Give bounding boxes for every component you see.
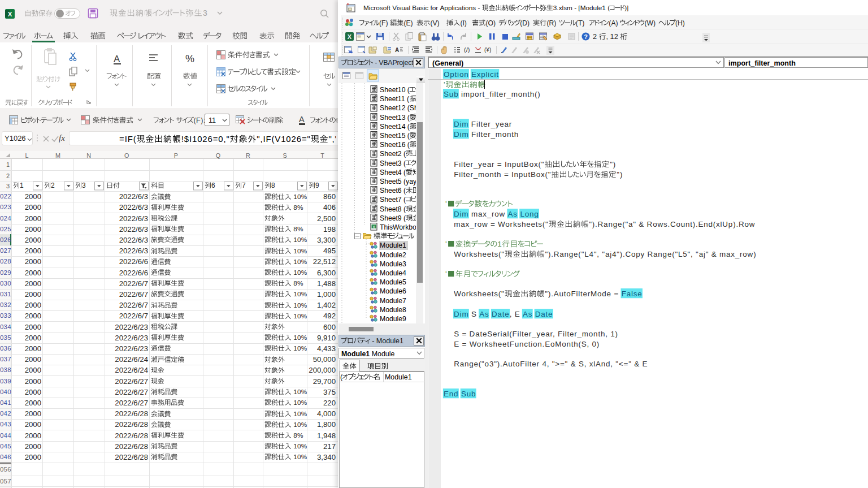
svg-text:A: A — [299, 115, 305, 124]
svg-text:)]: )] — [624, 4, 628, 12]
svg-text:E = WorksheetFunction.EoMonth(: E = WorksheetFunction.EoMonth(S, 0) — [454, 340, 600, 348]
svg-text:"): ") — [617, 170, 623, 179]
svg-text:9: 9 — [315, 182, 319, 189]
svg-text:Date: Date — [492, 310, 510, 318]
svg-text:X: X — [8, 11, 12, 18]
svg-text:End: End — [444, 390, 458, 398]
svg-text:X: X — [372, 225, 375, 229]
svg-text:max_row = Worksheets(": max_row = Worksheets(" — [454, 220, 548, 228]
svg-text:, E: , E — [510, 310, 523, 318]
svg-text:(T): (T) — [576, 19, 585, 27]
svg-text:Date: Date — [535, 310, 553, 318]
svg-text:?: ? — [584, 33, 588, 40]
svg-text:(W): (W) — [645, 19, 656, 27]
svg-text:Dim: Dim — [454, 310, 468, 318]
svg-text:").AutoFilterMode =: ").AutoFilterMode = — [545, 290, 621, 299]
svg-text:(E): (E) — [403, 19, 413, 27]
svg-text:, 12: , 12 — [606, 32, 620, 41]
svg-text:Worksheets(": Worksheets(" — [454, 250, 504, 258]
svg-text:Microsoft Visual Basic for App: Microsoft Visual Basic for Applications … — [363, 4, 482, 12]
svg-text:X: X — [348, 33, 352, 40]
svg-text:Dim: Dim — [454, 130, 468, 139]
svg-text:(¥): (¥) — [484, 47, 491, 53]
svg-text:(: ( — [340, 373, 343, 381]
svg-text:",IF(V1026=": ",IF(V1026=" — [257, 134, 310, 144]
svg-text:(/): (/) — [464, 46, 470, 53]
svg-text:False: False — [622, 290, 643, 299]
svg-text:").Range("a" & Rows.Count).End: ").Range("a" & Rows.Count).End(xlUp).Row — [589, 220, 755, 228]
svg-text:%: % — [185, 53, 194, 64]
svg-text:",": "," — [328, 134, 336, 144]
svg-text:7: 7 — [242, 182, 246, 189]
svg-text:As: As — [479, 310, 489, 318]
svg-text:2: 2 — [51, 182, 55, 189]
svg-text:S: S — [468, 310, 479, 318]
svg-text:3.xlsm - [Module1 (: 3.xlsm - [Module1 ( — [553, 4, 610, 12]
svg-text:!$I1026=0,": !$I1026=0," — [181, 134, 230, 144]
svg-text:- Module1: - Module1 — [370, 337, 403, 345]
svg-text:(V): (V) — [430, 19, 439, 27]
svg-text:Filter_month = InputBox(": Filter_month = InputBox(" — [454, 170, 551, 179]
svg-text:3: 3 — [203, 8, 208, 18]
svg-text:2: 2 — [593, 32, 599, 41]
svg-text:Module9: Module9 — [380, 315, 406, 323]
svg-text:(I): (I) — [460, 19, 467, 27]
svg-text:(F): (F) — [379, 19, 388, 27]
svg-text:").Range("L4", "aj4").Copy Ran: ").Range("L4", "aj4").Copy Range("L5", "… — [545, 250, 756, 258]
svg-text:1: 1 — [20, 182, 24, 189]
svg-text:6: 6 — [211, 182, 215, 189]
svg-text:3: 3 — [82, 182, 86, 189]
svg-text:Range("o3").AutoFilter 4, ">=": Range("o3").AutoFilter 4, ">=" & S, xlAn… — [454, 360, 648, 368]
svg-text:- VBAProject: - VBAProject — [373, 59, 414, 67]
svg-text:(H): (H) — [675, 19, 685, 27]
svg-text:Sub: Sub — [444, 90, 458, 99]
svg-text:As: As — [523, 310, 532, 318]
svg-text:(A): (A) — [609, 19, 618, 27]
svg-text:Sub: Sub — [461, 390, 476, 398]
svg-text:': ' — [445, 200, 447, 209]
svg-text:(F):: (F): — [193, 116, 205, 124]
svg-text:A: A — [395, 47, 399, 53]
svg-text:import_filter_month(): import_filter_month() — [458, 90, 540, 99]
svg-text:': ' — [445, 240, 447, 248]
svg-text:Worksheets(": Worksheets(" — [454, 290, 504, 299]
svg-text:=IF(: =IF( — [119, 134, 136, 144]
svg-text:(R): (R) — [546, 19, 556, 27]
svg-text:Filter_month: Filter_month — [468, 130, 519, 139]
svg-text:(D): (D) — [520, 19, 530, 27]
svg-text:': ' — [445, 270, 447, 278]
svg-text:8: 8 — [271, 182, 275, 189]
svg-text:(O): (O) — [485, 19, 496, 27]
